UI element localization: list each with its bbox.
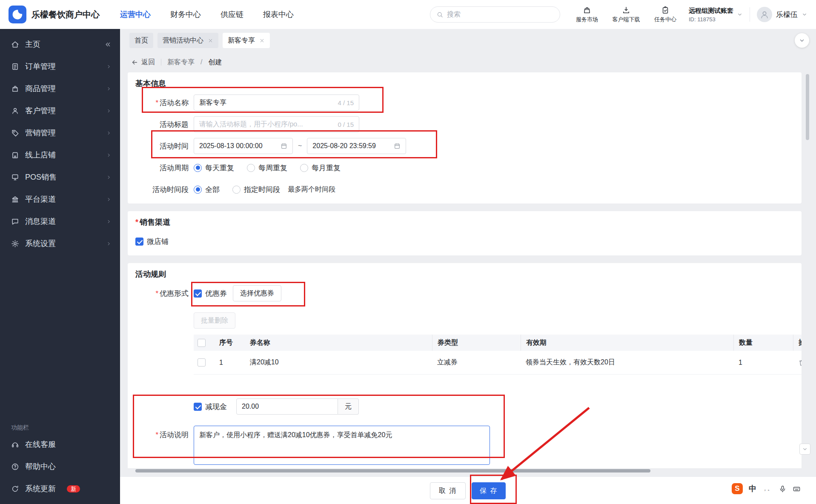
user-menu[interactable]: 乐檬伍 (757, 7, 807, 22)
account-switcher[interactable]: 远程组测试账套 ID: 118753 (689, 7, 743, 23)
header-coupon-type: 券类型 (432, 335, 521, 351)
activity-description-textarea[interactable]: 新客户，使用小程序，赠送满20减10优惠券，享受首单减免20元 (194, 426, 490, 465)
activity-name-input[interactable]: 新客专享 4 / 15 (194, 94, 359, 111)
new-badge: 新 (67, 485, 80, 493)
sidebar: 主页 订单管理 商品管理 客户管理 营销管理 线上店铺 POS销售 平台渠道 消 (0, 29, 120, 504)
breadcrumb-current: 创建 (208, 58, 222, 67)
radio-dot (300, 164, 308, 172)
mic-icon[interactable] (779, 485, 787, 493)
service-market-icon (583, 6, 591, 14)
tool-service-market[interactable]: 服务市场 (570, 6, 604, 23)
radio-repeat-daily[interactable]: 每天重复 (194, 163, 234, 173)
start-date-input[interactable]: 2025-08-13 00:00:00 (194, 138, 293, 154)
nav-supply-chain[interactable]: 供应链 (220, 9, 243, 20)
breadcrumb-parent: 新客专享 (167, 58, 195, 67)
start-date-value: 2025-08-13 00:00:00 (199, 142, 263, 150)
ime-punctuation-indicator[interactable]: ，。 (762, 485, 773, 493)
tab-new-customer[interactable]: 新客专享 (223, 33, 270, 48)
sidebar-item-online-store[interactable]: 线上店铺 (0, 144, 120, 166)
vertical-scrollbar[interactable] (805, 73, 810, 467)
radio-repeat-weekly[interactable]: 每周重复 (247, 163, 287, 173)
activity-title-input[interactable]: 请输入活动标题，用于小程序/po... 0 / 15 (194, 116, 359, 132)
tab-home[interactable]: 首页 (129, 33, 153, 48)
sidebar-item-products[interactable]: 商品管理 (0, 77, 120, 100)
tool-client-download[interactable]: 客户端下载 (609, 6, 644, 23)
horizontal-scrollbar-thumb[interactable] (135, 469, 650, 472)
sidebar-item-pos-sales[interactable]: POS销售 (0, 166, 120, 188)
checkbox (194, 289, 202, 298)
section-title-channel: 销售渠道 (135, 217, 794, 227)
radio-period-custom[interactable]: 指定时间段 (232, 185, 280, 195)
tab-marketing-center[interactable]: 营销活动中心 (157, 33, 218, 48)
row-checkbox[interactable] (198, 358, 206, 367)
sidebar-item-message-channel[interactable]: 消息渠道 (0, 210, 120, 232)
tool-label: 服务市场 (576, 16, 598, 23)
tabs-collapse-button[interactable] (795, 33, 809, 48)
sidebar-item-platform-channel[interactable]: 平台渠道 (0, 188, 120, 210)
store-icon (11, 151, 19, 159)
select-all-checkbox[interactable] (198, 339, 206, 347)
radio-period-all[interactable]: 全部 (194, 185, 220, 195)
ime-toolbar[interactable]: S 中 ，。 (732, 483, 801, 494)
sidebar-item-help-center[interactable]: 帮助中心 (0, 455, 120, 478)
tool-task-center[interactable]: 任务中心 (648, 6, 683, 23)
sidebar-item-marketing[interactable]: 营销管理 (0, 122, 120, 144)
header-coupon-name: 券名称 (245, 335, 432, 351)
cash-amount-input[interactable]: 20.00 (236, 398, 338, 415)
chevron-down-icon (737, 11, 743, 17)
close-icon[interactable] (208, 38, 213, 43)
sidebar-item-settings[interactable]: 系统设置 (0, 232, 120, 255)
chevron-right-icon (106, 130, 112, 136)
back-button[interactable]: 返回 (131, 58, 155, 67)
end-date-input[interactable]: 2025-08-20 23:59:59 (307, 138, 406, 154)
batch-delete-button[interactable]: 批量删除 (194, 312, 235, 329)
task-center-icon (661, 6, 670, 14)
activity-title-label: 活动标题 (135, 120, 189, 129)
breadcrumb-divider (161, 59, 161, 66)
collapse-sidebar-icon[interactable] (104, 41, 112, 48)
section-title-rules: 活动规则 (135, 269, 794, 279)
activity-title-placeholder: 请输入活动标题，用于小程序/po... (199, 120, 303, 129)
sidebar-item-home[interactable]: 主页 (0, 33, 120, 55)
nav-operation-center[interactable]: 运营中心 (120, 9, 151, 20)
message-icon (11, 218, 19, 226)
tab-bar: 首页 营销活动中心 新客专享 (120, 29, 816, 52)
cash-reduction-checkbox[interactable]: 减现金 (194, 402, 227, 412)
app-logo-icon (9, 6, 26, 23)
radio-repeat-monthly[interactable]: 每月重复 (300, 163, 341, 173)
pos-icon (11, 173, 19, 181)
coupon-checkbox[interactable]: 优惠券 (194, 289, 227, 298)
horizontal-scrollbar[interactable] (128, 468, 802, 473)
close-icon[interactable] (259, 38, 265, 43)
select-coupon-button[interactable]: 选择优惠券 (233, 285, 281, 301)
search-input[interactable] (447, 11, 554, 18)
delete-row-icon[interactable] (798, 359, 802, 367)
checkbox (135, 238, 143, 246)
keyboard-icon[interactable] (793, 485, 801, 493)
channel-micro-store-checkbox[interactable]: 微店铺 (135, 233, 794, 249)
platform-icon (11, 195, 19, 203)
vertical-scrollbar-thumb[interactable] (806, 74, 809, 140)
header-validity: 有效期 (521, 335, 733, 351)
save-button[interactable]: 保 存 (472, 482, 506, 499)
gear-icon (11, 240, 19, 248)
sidebar-item-system-update[interactable]: 系统更新 新 (0, 478, 120, 500)
end-date-value: 2025-08-20 23:59:59 (312, 142, 376, 150)
scroll-down-button[interactable] (799, 444, 810, 455)
breadcrumb: 返回 新客专享 / 创建 (120, 52, 816, 72)
cancel-button[interactable]: 取 消 (430, 482, 466, 499)
sidebar-item-online-service[interactable]: 在线客服 (0, 433, 120, 455)
nav-report-center[interactable]: 报表中心 (263, 9, 294, 20)
home-icon (11, 40, 19, 49)
ime-language-indicator[interactable]: 中 (749, 484, 756, 494)
sidebar-item-orders[interactable]: 订单管理 (0, 55, 120, 77)
global-search[interactable] (430, 6, 560, 23)
account-id: ID: 118753 (689, 16, 733, 23)
avatar (757, 7, 772, 22)
checkbox (194, 403, 202, 411)
cell-coupon-type: 立减券 (432, 351, 521, 374)
sidebar-item-customers[interactable]: 客户管理 (0, 100, 120, 122)
nav-finance-center[interactable]: 财务中心 (170, 9, 201, 20)
marketing-icon (11, 129, 19, 137)
chevron-right-icon (106, 197, 112, 202)
